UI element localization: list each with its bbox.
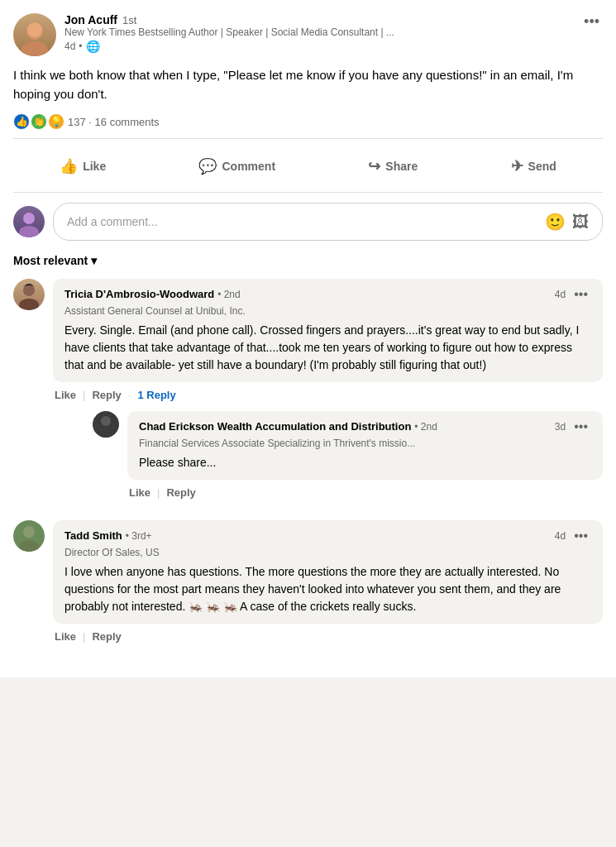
chad-job: Financial Services Associate Specializin… <box>139 438 591 449</box>
tricia-more-button[interactable]: ••• <box>571 287 591 302</box>
like-label: Like <box>83 160 106 173</box>
author-meta: 4d • 🌐 <box>64 40 603 53</box>
tricia-comment-actions: Like | Reply · 1 Reply <box>55 387 603 403</box>
tadd-author-info: Tadd Smith • 3rd+ <box>64 529 152 542</box>
tadd-more-button[interactable]: ••• <box>571 529 591 543</box>
reactions-separator: · <box>88 116 94 128</box>
svg-point-5 <box>23 285 35 296</box>
svg-point-8 <box>98 427 114 438</box>
svg-point-3 <box>23 213 35 224</box>
emoji-button[interactable]: 🙂 <box>545 212 566 232</box>
chad-reply-bubble: Chad Erickson Wealth Accumulation and Di… <box>127 411 603 480</box>
chad-like-button[interactable]: Like <box>129 485 150 500</box>
current-user-avatar <box>13 206 45 237</box>
svg-point-7 <box>101 416 111 426</box>
send-button[interactable]: ✈ Send <box>501 151 566 182</box>
comment-icon: 💬 <box>198 157 217 175</box>
tricia-time: 4d <box>555 289 566 300</box>
post-time: 4d <box>64 41 75 52</box>
image-button[interactable]: 🖼 <box>572 213 589 232</box>
tricia-dot-sep: · <box>128 389 131 401</box>
tadd-avatar[interactable] <box>13 520 45 552</box>
author-name[interactable]: Jon Acuff <box>64 13 117 26</box>
dot-separator: • <box>79 41 82 52</box>
author-bio: New York Times Bestselling Author | Spea… <box>64 26 395 38</box>
share-label: Share <box>385 160 418 173</box>
tadd-degree: • 3rd+ <box>126 530 152 542</box>
comment-button[interactable]: 💬 Comment <box>189 151 285 182</box>
chad-name[interactable]: Chad Erickson Wealth Accumulation and Di… <box>139 420 411 433</box>
chad-reply-button[interactable]: Reply <box>166 485 195 500</box>
comments-count[interactable]: 16 comments <box>95 116 160 128</box>
svg-point-4 <box>19 226 39 237</box>
reaction-icons: 👍 👏 💡 <box>13 113 64 130</box>
tadd-action-sep: | <box>83 630 85 643</box>
tricia-job: Assistant General Counsel at Unibui, Inc… <box>64 305 591 317</box>
tricia-author-row: Tricia D'Ambrosio-Woodward • 2nd 4d ••• <box>64 287 591 302</box>
author-degree: 1st <box>122 14 136 26</box>
comment-placeholder: Add a comment... <box>67 215 158 228</box>
chad-action-sep: | <box>157 486 160 499</box>
tricia-reply-count[interactable]: 1 Reply <box>137 389 175 401</box>
post-header: Jon Acuff 1st New York Times Bestselling… <box>13 13 603 56</box>
comment-label: Comment <box>222 160 275 173</box>
comment-input-row: Add a comment... 🙂 🖼 <box>13 203 603 241</box>
send-icon: ✈ <box>511 157 523 175</box>
chad-author-info: Chad Erickson Wealth Accumulation and Di… <box>139 419 437 433</box>
chad-time: 3d <box>555 421 566 433</box>
author-info: Jon Acuff 1st New York Times Bestselling… <box>64 13 603 53</box>
insightful-reaction: 💡 <box>48 113 64 130</box>
comment-tadd: Tadd Smith • 3rd+ 4d ••• Director Of Sal… <box>13 520 603 653</box>
tricia-avatar[interactable] <box>13 279 45 310</box>
tricia-like-button[interactable]: Like <box>55 387 76 403</box>
comment-input-field[interactable]: Add a comment... 🙂 🖼 <box>53 203 603 241</box>
tadd-comment-text: I love when anyone has questions. The mo… <box>64 563 591 615</box>
share-icon: ↪ <box>368 157 380 175</box>
tadd-reply-button[interactable]: Reply <box>92 629 121 644</box>
tricia-reply-button[interactable]: Reply <box>92 387 121 403</box>
action-bar: 👍 Like 💬 Comment ↪ Share ✈ Send <box>13 147 603 193</box>
chad-author-row: Chad Erickson Wealth Accumulation and Di… <box>139 419 591 434</box>
like-reaction: 👍 <box>13 113 30 130</box>
send-label: Send <box>528 160 556 173</box>
author-avatar[interactable] <box>13 13 56 56</box>
tricia-comment-bubble: Tricia D'Ambrosio-Woodward • 2nd 4d ••• … <box>53 279 603 382</box>
tricia-action-sep: | <box>83 389 85 401</box>
like-icon: 👍 <box>60 157 78 175</box>
reaction-count: 137 · 16 comments <box>68 116 160 128</box>
tadd-time: 4d <box>555 530 566 542</box>
tricia-author-info: Tricia D'Ambrosio-Woodward • 2nd <box>64 287 241 300</box>
tadd-comment-actions: Like | Reply <box>55 629 603 644</box>
tricia-comment-body: Tricia D'Ambrosio-Woodward • 2nd 4d ••• … <box>53 279 603 509</box>
chad-degree: • 2nd <box>414 421 437 433</box>
reactions-row: 👍 👏 💡 137 · 16 comments <box>13 113 603 139</box>
chad-avatar[interactable] <box>93 411 119 438</box>
chad-reply-text: Please share... <box>139 454 591 471</box>
tadd-job: Director Of Sales, US <box>64 547 591 558</box>
tricia-comment-text: Every. Single. Email (and phone call). C… <box>64 322 591 374</box>
svg-point-9 <box>23 526 35 538</box>
sort-label: Most relevant <box>13 254 88 267</box>
tadd-comment-body: Tadd Smith • 3rd+ 4d ••• Director Of Sal… <box>53 520 603 653</box>
tadd-name[interactable]: Tadd Smith <box>64 529 122 542</box>
tadd-like-button[interactable]: Like <box>55 629 76 644</box>
like-button[interactable]: 👍 Like <box>50 151 116 182</box>
privacy-icon: 🌐 <box>86 40 100 53</box>
chad-more-button[interactable]: ••• <box>571 419 591 434</box>
more-options-button[interactable]: ••• <box>580 13 603 31</box>
chad-reply-body: Chad Erickson Wealth Accumulation and Di… <box>127 411 603 500</box>
celebrate-reaction: 👏 <box>31 113 47 130</box>
svg-point-2 <box>27 22 42 37</box>
tricia-name[interactable]: Tricia D'Ambrosio-Woodward <box>64 288 214 300</box>
tadd-comment-bubble: Tadd Smith • 3rd+ 4d ••• Director Of Sal… <box>53 520 603 624</box>
chad-reply-actions: Like | Reply <box>129 485 603 500</box>
svg-point-6 <box>19 299 39 310</box>
sort-chevron-icon: ▾ <box>91 254 97 267</box>
share-button[interactable]: ↪ Share <box>358 151 427 182</box>
sort-selector[interactable]: Most relevant ▾ <box>13 254 603 267</box>
tricia-degree: • 2nd <box>217 289 241 300</box>
svg-point-10 <box>19 540 39 552</box>
post-content: I think we both know that when I type, "… <box>13 66 603 103</box>
reactions-number: 137 <box>68 116 86 128</box>
svg-point-1 <box>21 41 48 56</box>
